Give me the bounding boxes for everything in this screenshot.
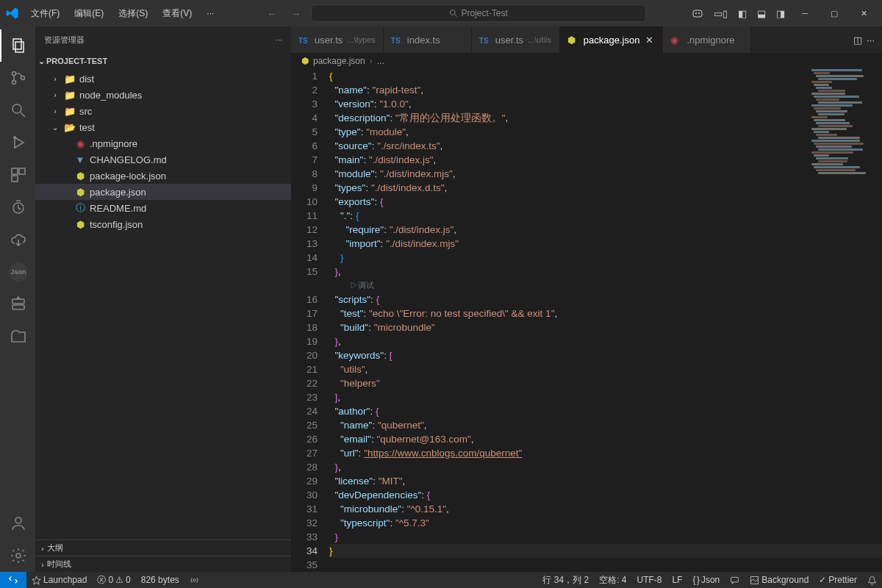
svg-point-22 <box>193 578 196 581</box>
title-bar: 文件(F) 编辑(E) 选择(S) 查看(V) ··· ← → Project-… <box>0 0 882 26</box>
breadcrumb[interactable]: ⬢ package.json › ... <box>291 53 882 69</box>
tree-item[interactable]: ⬢package.json <box>35 184 291 200</box>
split-editor-icon[interactable]: ◫ <box>853 35 862 46</box>
svg-rect-5 <box>13 39 21 49</box>
layout-customize-icon[interactable]: ▭▯ <box>711 7 731 21</box>
activity-search-icon[interactable] <box>0 94 35 126</box>
editor-tab[interactable]: TSuser.ts...\types <box>291 26 384 53</box>
code-editor[interactable]: 1234567891011121314151617181920212223242… <box>291 69 882 572</box>
layout-panel-right-icon[interactable]: ◨ <box>773 7 788 21</box>
status-live-icon[interactable] <box>184 572 204 588</box>
svg-point-0 <box>451 10 456 15</box>
svg-marker-12 <box>15 137 24 148</box>
activity-settings-icon[interactable] <box>0 539 35 572</box>
menu-select[interactable]: 选择(S) <box>112 4 154 23</box>
json-file-icon: ⬢ <box>301 56 309 66</box>
tree-item[interactable]: ›📁node_modules <box>35 87 291 103</box>
activity-cloud-icon[interactable] <box>0 223 35 256</box>
sidebar-explorer: 资源管理器 ··· ⌄ PROJECT-TEST ›📁dist›📁node_mo… <box>35 26 291 572</box>
svg-point-13 <box>14 137 15 138</box>
sidebar-project-header[interactable]: ⌄ PROJECT-TEST <box>35 53 291 69</box>
tree-item[interactable]: ◉.npmignore <box>35 135 291 151</box>
editor-tab[interactable]: TSindex.ts <box>384 26 472 53</box>
status-bar: Launchpad ⓧ0⚠0 826 bytes 行 34，列 2 空格: 4 … <box>0 572 882 588</box>
status-prettier[interactable]: ✓Prettier <box>814 572 862 588</box>
maximize-button[interactable]: ▢ <box>822 4 847 23</box>
sidebar-timeline[interactable]: ›时间线 <box>35 556 291 572</box>
svg-point-21 <box>16 553 21 558</box>
editor-tab[interactable]: ⬢package.json✕ <box>560 26 664 53</box>
menu-view[interactable]: 查看(V) <box>157 4 198 23</box>
search-text: Project-Test <box>461 8 507 18</box>
tree-item[interactable]: ›📁dist <box>35 71 291 87</box>
search-icon <box>449 9 458 18</box>
editor-area: TSuser.ts...\typesTSindex.tsTSuser.ts...… <box>291 26 882 572</box>
tree-item[interactable]: ›📁src <box>35 103 291 119</box>
status-lang[interactable]: { }Json <box>688 572 725 588</box>
activity-bar: Json <box>0 26 35 572</box>
tree-item[interactable]: ⬢tsconfig.json <box>35 216 291 232</box>
file-tree: ›📁dist›📁node_modules›📁src⌄📂test◉.npmigno… <box>35 69 291 539</box>
remote-button[interactable] <box>0 572 26 588</box>
nav-back-icon[interactable]: ← <box>262 7 281 21</box>
tab-more-icon[interactable]: ··· <box>867 35 875 46</box>
line-numbers: 1234567891011121314151617181920212223242… <box>291 69 329 572</box>
editor-tab[interactable]: ◉.npmignore <box>663 26 751 53</box>
svg-rect-14 <box>12 168 18 174</box>
status-launchpad[interactable]: Launchpad <box>26 572 92 588</box>
status-background[interactable]: Background <box>745 572 814 588</box>
tree-item[interactable]: ⬢package-lock.json <box>35 168 291 184</box>
svg-point-8 <box>12 81 16 85</box>
sidebar-more-icon[interactable]: ··· <box>276 35 282 44</box>
minimize-button[interactable]: ─ <box>792 4 817 23</box>
command-center-search[interactable]: Project-Test <box>311 4 646 22</box>
menu-edit[interactable]: 编辑(E) <box>68 4 110 23</box>
nav-fwd-icon[interactable]: → <box>287 7 305 21</box>
editor-tab[interactable]: TSuser.ts...\utils <box>472 26 560 53</box>
layout-panel-bottom-icon[interactable]: ⬓ <box>754 7 769 21</box>
layout-panel-left-icon[interactable]: ◧ <box>735 7 750 21</box>
activity-timer-icon[interactable] <box>0 191 35 223</box>
activity-git-icon[interactable] <box>0 62 35 94</box>
activity-server-icon[interactable] <box>0 288 35 320</box>
svg-rect-23 <box>731 577 739 582</box>
copilot-icon[interactable] <box>689 6 706 21</box>
svg-point-3 <box>695 12 697 14</box>
status-filesize[interactable]: 826 bytes <box>136 572 184 588</box>
svg-line-11 <box>21 112 25 117</box>
activity-account-icon[interactable] <box>0 507 35 539</box>
activity-project-icon[interactable] <box>0 320 35 353</box>
sidebar-outline[interactable]: ›大纲 <box>35 539 291 556</box>
status-encoding[interactable]: UTF-8 <box>632 572 667 588</box>
close-button[interactable]: ✕ <box>851 4 876 23</box>
tab-close-icon[interactable]: ✕ <box>644 35 655 46</box>
activity-json-icon[interactable]: Json <box>0 256 35 288</box>
svg-point-20 <box>15 517 21 523</box>
svg-rect-6 <box>15 42 24 52</box>
svg-rect-19 <box>12 305 24 309</box>
svg-line-1 <box>455 15 457 17</box>
svg-rect-16 <box>12 176 18 182</box>
tree-item[interactable]: ▼CHANGELOG.md <box>35 151 291 168</box>
svg-point-7 <box>12 72 16 76</box>
tree-item[interactable]: ⌄📂test <box>35 119 291 135</box>
status-eol[interactable]: LF <box>667 572 688 588</box>
debug-codelens[interactable]: ▷调试 <box>329 279 882 293</box>
sidebar-title: 资源管理器 ··· <box>35 26 291 53</box>
status-spaces[interactable]: 空格: 4 <box>594 572 631 588</box>
status-lncol[interactable]: 行 34，列 2 <box>537 572 594 588</box>
vscode-logo-icon <box>6 7 19 20</box>
status-bell-icon[interactable] <box>862 572 882 588</box>
status-problems[interactable]: ⓧ0⚠0 <box>92 572 135 588</box>
activity-explorer-icon[interactable] <box>0 29 35 62</box>
activity-debug-icon[interactable] <box>0 126 35 159</box>
svg-point-9 <box>21 76 25 80</box>
svg-rect-18 <box>12 299 24 304</box>
status-feedback-icon[interactable] <box>725 572 745 588</box>
activity-extensions-icon[interactable] <box>0 159 35 191</box>
tree-item[interactable]: ⓘREADME.md <box>35 200 291 216</box>
editor-tabs: TSuser.ts...\typesTSindex.tsTSuser.ts...… <box>291 26 882 53</box>
code-content[interactable]: { "name": "rapid-test", "version": "1.0.… <box>329 69 882 572</box>
menu-more[interactable]: ··· <box>201 5 220 21</box>
menu-file[interactable]: 文件(F) <box>25 4 65 23</box>
